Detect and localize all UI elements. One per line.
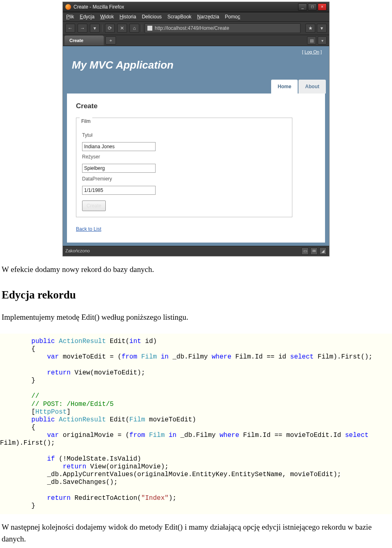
tab-create[interactable]: Create	[65, 36, 104, 46]
label-rezyser: Reżyser	[82, 153, 286, 160]
url-dropdown-button[interactable]: ▾	[317, 24, 327, 33]
menu-scrapbook[interactable]: ScrapBook	[167, 13, 192, 20]
bookmark-button[interactable]: ★	[305, 24, 315, 33]
input-data[interactable]	[82, 186, 156, 195]
firefox-icon	[65, 4, 71, 10]
tab-strip: Create + ▤ ▾	[63, 35, 329, 46]
content-panel: Create Film Tytuł Reżyser DataPremiery	[67, 94, 325, 243]
menu-widok[interactable]: Widok	[100, 13, 114, 20]
paragraph-3: W następnej kolejności dodajemy widok do…	[2, 521, 390, 545]
forward-button[interactable]: →	[78, 24, 87, 33]
label-tytul: Tytuł	[82, 131, 286, 139]
mail-icon: ✉	[310, 247, 318, 255]
back-button[interactable]: ←	[65, 24, 75, 33]
window-titlebar: Create - Mozilla Firefox _ □ ×	[63, 2, 329, 12]
new-tab-button[interactable]: +	[105, 36, 116, 45]
input-rezyser[interactable]	[82, 164, 156, 173]
menu-historia[interactable]: Historia	[120, 13, 136, 20]
menu-bar: PPliklik Edycja Widok Historia Delicious…	[63, 12, 329, 22]
menu-pomoc[interactable]: Pomoc	[225, 13, 240, 20]
toolbar-separator	[142, 25, 142, 32]
paragraph-1: W efekcie dodamy nowy rekord do bazy dan…	[2, 264, 390, 276]
page-viewport: [ Log On ] My MVC Application Home About…	[63, 46, 329, 246]
log-on-container: [ Log On ]	[302, 49, 322, 56]
log-on-link[interactable]: Log On	[305, 49, 319, 54]
list-tabs-button[interactable]: ▤	[307, 36, 316, 45]
label-data: DataPremiery	[82, 175, 286, 183]
site-title: My MVC Application	[63, 56, 329, 80]
home-button[interactable]: ⌂	[129, 24, 139, 33]
paragraph-2: Implementujemy metodę Edit() według poni…	[2, 312, 390, 323]
close-button[interactable]: ×	[318, 3, 327, 11]
menu-plik[interactable]: PPliklik	[66, 13, 74, 20]
fieldset-legend: Film	[80, 118, 92, 125]
status-text: Zakończono	[65, 247, 90, 254]
url-text: http://localhost:4749/Home/Create	[155, 25, 229, 32]
stop-button[interactable]: ✕	[117, 24, 127, 33]
forward-menu-button[interactable]: ▾	[90, 24, 100, 33]
input-tytul[interactable]	[82, 142, 156, 151]
status-bar: Zakończono ▭ ✉ ◢	[63, 246, 329, 256]
nav-home[interactable]: Home	[271, 80, 298, 94]
create-button[interactable]: Create	[82, 200, 106, 211]
menu-narzedzia[interactable]: Narzędzia	[197, 13, 219, 20]
tab-dropdown-button[interactable]: ▾	[318, 36, 327, 45]
menu-edycja[interactable]: Edycja	[80, 13, 94, 20]
browser-screenshot: Create - Mozilla Firefox _ □ × PPliklik …	[62, 2, 330, 256]
reload-button[interactable]: ⟳	[105, 24, 115, 33]
site-identity-icon	[147, 26, 152, 31]
section-heading: Edycja rekordu	[2, 287, 390, 303]
monitor-icon: ▭	[301, 247, 309, 255]
address-bar[interactable]: http://localhost:4749/Home/Create	[145, 23, 301, 33]
nav-about[interactable]: About	[298, 80, 326, 94]
browser-toolbar: ← → ▾ ⟳ ✕ ⌂ http://localhost:4749/Home/C…	[63, 22, 329, 35]
minimize-button[interactable]: _	[298, 3, 307, 11]
menu-delicious[interactable]: Delicious	[142, 13, 162, 20]
maximize-button[interactable]: □	[308, 3, 317, 11]
back-to-list-link[interactable]: Back to List	[76, 225, 101, 233]
toolbar-separator	[102, 25, 102, 32]
code-listing: public ActionResult Edit(int id) { var m…	[0, 334, 392, 514]
film-fieldset: Film Tytuł Reżyser DataPremiery Create	[76, 118, 292, 217]
page-heading: Create	[76, 101, 316, 111]
window-title: Create - Mozilla Firefox	[74, 3, 298, 11]
resize-grip-icon[interactable]: ◢	[319, 247, 327, 255]
